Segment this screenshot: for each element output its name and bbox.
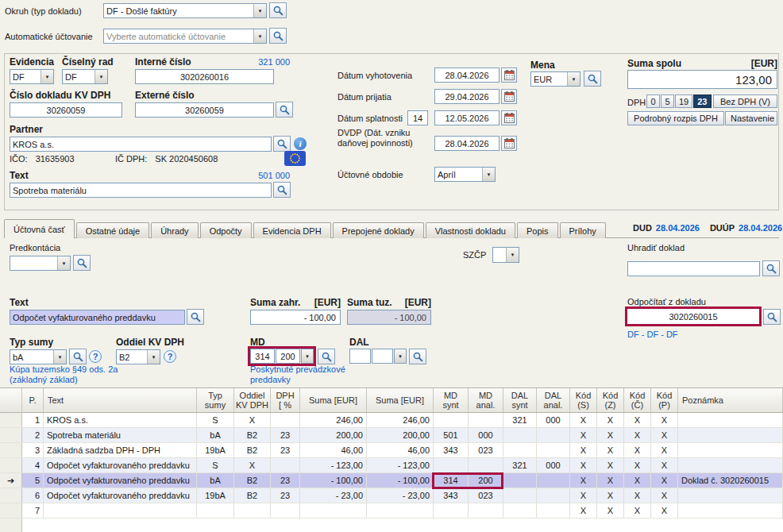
cell-r1-c11[interactable]: 000 xyxy=(537,413,570,427)
dal-synt-input[interactable] xyxy=(349,349,371,364)
tab-vlastnosti-dokladu[interactable]: Vlastnosti dokladu xyxy=(426,222,515,238)
cell-r7-c4[interactable] xyxy=(234,503,271,518)
cell-r4-c12[interactable]: X xyxy=(570,458,597,472)
dropdown-arrow-icon[interactable] xyxy=(394,349,407,364)
cell-r4-c14[interactable]: X xyxy=(624,458,651,472)
typ-sumy-help-icon[interactable] xyxy=(89,350,102,363)
cell-r1-c12[interactable]: X xyxy=(570,413,597,427)
cell-r7-c9[interactable] xyxy=(469,503,503,518)
cell-r3-c8[interactable]: 343 xyxy=(434,443,469,457)
grid-row-1[interactable]: 1KROS a.s.SX246,00246,00321000XXXX xyxy=(0,413,783,428)
mena-select[interactable]: EUR xyxy=(530,71,580,87)
cell-r1-c16[interactable] xyxy=(678,413,783,427)
col-header-7[interactable]: Suma [EUR] xyxy=(367,388,434,412)
externe-cislo-search-button[interactable] xyxy=(276,102,293,118)
cell-r5-c13[interactable]: X xyxy=(597,473,624,488)
grid-row-3[interactable]: 3Základná sadzba DPH - DPH19bAB22346,004… xyxy=(0,443,783,458)
cell-r7-c6[interactable] xyxy=(300,503,367,518)
col-header-4[interactable]: Oddiel KV DPH xyxy=(234,388,271,412)
cell-r2-c12[interactable]: X xyxy=(570,428,597,442)
typ-sumy-select[interactable]: bA xyxy=(10,349,67,364)
cell-r6-c2[interactable]: Odpočet vyfakturovaného preddavku xyxy=(44,488,197,503)
tab-uhrady[interactable]: Úhrady xyxy=(151,222,198,238)
cell-r7-c16[interactable] xyxy=(678,503,783,518)
cell-r3-c1[interactable]: 3 xyxy=(22,443,44,457)
detail-text-input[interactable] xyxy=(10,310,185,325)
cell-r4-c15[interactable]: X xyxy=(651,458,678,472)
cell-r7-c14[interactable]: X xyxy=(624,503,651,518)
oddiel-kv-dph-select[interactable]: B2 xyxy=(116,349,160,364)
tab-prepojene-doklady[interactable]: Prepojené doklady xyxy=(333,222,424,238)
cell-r1-c4[interactable]: X xyxy=(234,413,271,427)
cell-r4-c2[interactable]: Odpočet vyfakturovaného preddavku xyxy=(44,458,197,472)
cell-r1-c1[interactable]: 1 xyxy=(22,413,44,427)
dvdp-input[interactable] xyxy=(434,136,499,151)
cell-r4-c16[interactable] xyxy=(678,458,783,472)
grid-row-2[interactable]: 2Spotreba materiálubAB223200,00200,00501… xyxy=(0,428,783,443)
cell-r1-c8[interactable] xyxy=(434,413,469,427)
cell-r6-c3[interactable]: 19bA xyxy=(197,488,234,503)
cell-r2-c4[interactable]: B2 xyxy=(234,428,271,442)
cell-r6-c5[interactable]: 23 xyxy=(271,488,300,503)
cell-r7-c15[interactable]: X xyxy=(651,503,678,518)
cell-r5-c14[interactable]: X xyxy=(624,473,651,488)
cell-r2-c8[interactable]: 501 xyxy=(434,428,469,442)
cell-r6-c6[interactable]: - 23,00 xyxy=(300,488,367,503)
auto-uctovanie-search-button[interactable] xyxy=(269,28,287,44)
text-search-button[interactable] xyxy=(273,182,291,198)
kv-dph-input[interactable] xyxy=(10,102,122,118)
cell-r4-c7[interactable]: - 123,00 xyxy=(367,458,434,472)
cell-r7-c11[interactable] xyxy=(537,503,570,518)
odpocitat-input[interactable] xyxy=(627,309,759,324)
md-anal-input[interactable] xyxy=(276,349,300,364)
datum-prijatia-calendar-button[interactable] xyxy=(501,89,517,104)
cell-r6-c7[interactable]: - 23,00 xyxy=(367,488,434,503)
grid-row-4[interactable]: 4Odpočet vyfakturovaného preddavkuSX- 12… xyxy=(0,458,783,473)
splatnost-dni-input[interactable] xyxy=(407,110,428,125)
predkontacia-search-button[interactable] xyxy=(73,255,91,271)
cell-r1-c14[interactable]: X xyxy=(624,413,651,427)
cell-r1-c7[interactable]: 246,00 xyxy=(367,413,434,427)
externe-cislo-input[interactable] xyxy=(135,102,274,118)
cell-r5-c6[interactable]: - 100,00 xyxy=(300,473,367,488)
tab-ostatne-udaje[interactable]: Ostatné údaje xyxy=(76,222,150,238)
md-search-button[interactable] xyxy=(318,349,335,364)
cell-r6-c8[interactable]: 343 xyxy=(434,488,469,503)
cell-r3-c12[interactable]: X xyxy=(570,443,597,457)
tab-popis[interactable]: Popis xyxy=(517,222,558,238)
col-header-11[interactable]: DAL anal. xyxy=(537,388,570,412)
col-header-2[interactable]: Text xyxy=(44,388,197,412)
cell-r4-c4[interactable]: X xyxy=(234,458,271,472)
cell-r2-c9[interactable]: 000 xyxy=(469,428,503,442)
cell-r3-c16[interactable] xyxy=(678,443,783,457)
cell-r5-c9[interactable]: 200 xyxy=(469,473,503,488)
cell-r3-c9[interactable]: 023 xyxy=(469,443,503,457)
cell-r2-c3[interactable]: bA xyxy=(197,428,234,442)
datum-vyhotovenia-calendar-button[interactable] xyxy=(501,67,517,83)
auto-uctovanie-select[interactable]: Vyberte automatické účtovanie xyxy=(103,29,267,44)
cell-r7-c8[interactable] xyxy=(434,503,469,518)
col-header-1[interactable]: P. xyxy=(22,388,44,412)
cell-r3-c4[interactable]: B2 xyxy=(234,443,271,457)
cell-r6-c4[interactable]: B2 xyxy=(234,488,271,503)
cell-r3-c11[interactable] xyxy=(537,443,570,457)
uhradit-doklad-input[interactable] xyxy=(627,261,760,276)
cell-r7-c10[interactable] xyxy=(503,503,537,518)
dph-rate-19-button[interactable]: 19 xyxy=(675,94,692,108)
cell-r2-c15[interactable]: X xyxy=(651,428,678,442)
cell-r5-c16[interactable]: Doklad č. 3020260015 xyxy=(678,473,783,488)
cell-r6-c1[interactable]: 6 xyxy=(22,488,44,503)
okruh-search-button[interactable] xyxy=(269,2,287,18)
cell-r6-c11[interactable] xyxy=(537,488,570,503)
partner-search-button[interactable] xyxy=(273,136,291,152)
cell-r4-c9[interactable] xyxy=(469,458,503,472)
cell-r5-c3[interactable]: bA xyxy=(197,473,234,488)
dph-rate-0-button[interactable]: 0 xyxy=(646,94,660,108)
info-icon[interactable] xyxy=(294,137,307,150)
cell-r2-c6[interactable]: 200,00 xyxy=(300,428,367,442)
dph-rate-5-button[interactable]: 5 xyxy=(661,94,674,108)
odpocitat-doc-links[interactable]: DF - DF - DF xyxy=(627,330,678,340)
cell-r4-c3[interactable]: S xyxy=(197,458,234,472)
col-header-12[interactable]: Kód (S) xyxy=(570,388,597,412)
cell-r6-c9[interactable]: 023 xyxy=(469,488,503,503)
